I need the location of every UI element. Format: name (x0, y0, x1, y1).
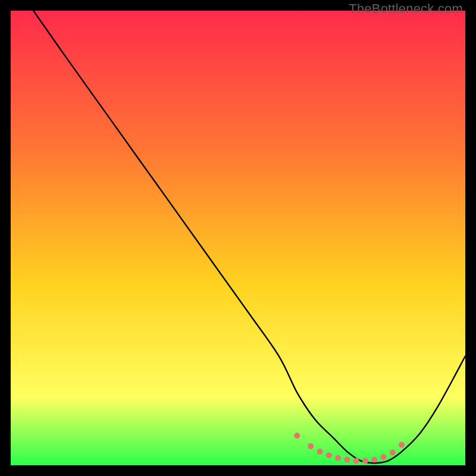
watermark-text: TheBottleneck.com (349, 1, 463, 17)
marker-dot (353, 458, 359, 464)
marker-dot (390, 450, 396, 456)
marker-dot (335, 455, 341, 461)
marker-dot (399, 442, 405, 448)
chart-frame (11, 11, 465, 465)
marker-dot (381, 454, 387, 460)
bottleneck-chart (11, 11, 465, 465)
marker-dot (371, 457, 377, 463)
gradient-background (11, 11, 465, 465)
marker-dot (326, 452, 332, 458)
marker-dot (317, 449, 323, 455)
marker-dot (344, 457, 350, 463)
marker-dot (294, 433, 300, 439)
marker-dot (308, 443, 314, 449)
marker-dot (362, 458, 368, 464)
